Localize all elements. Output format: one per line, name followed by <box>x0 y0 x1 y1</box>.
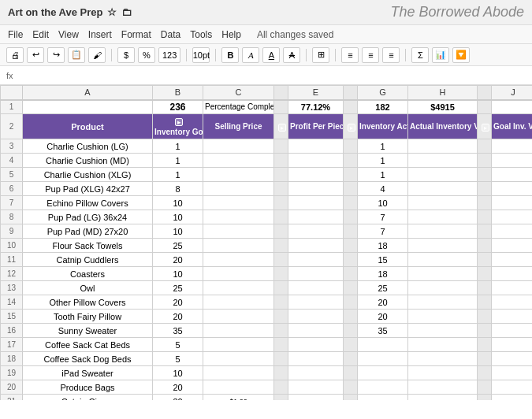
col-header-h[interactable]: H <box>408 86 478 100</box>
toolbar-sep-1 <box>111 49 112 61</box>
align-right-button[interactable]: ≡ <box>382 47 400 63</box>
cell-e1[interactable]: 77.12% <box>288 100 344 114</box>
row-12: 12 Coasters 10 18 <box>1 267 533 281</box>
col-header-d[interactable] <box>274 86 288 100</box>
cell-e2-profit[interactable]: Profit Per Piece <box>288 114 344 139</box>
expand-d[interactable]: ▸ <box>278 124 286 132</box>
col-header-a[interactable]: A <box>23 86 153 100</box>
row-15: 15 Tooth Fairy Pillow 20 20 <box>1 310 533 324</box>
col-header-j[interactable]: J <box>492 86 533 100</box>
cell-i1[interactable] <box>478 100 492 114</box>
corner-cell <box>1 86 23 100</box>
menu-format[interactable]: Format <box>121 29 151 40</box>
cell-b1[interactable]: 236 <box>153 100 203 114</box>
font-size-display[interactable]: 10pt <box>192 47 210 63</box>
row-17: 17 Coffee Sack Cat Beds 5 <box>1 338 533 352</box>
cell-i2[interactable]: ▸ <box>478 114 492 139</box>
expand-i[interactable]: ▸ <box>482 124 489 132</box>
currency-button[interactable]: $ <box>117 47 135 63</box>
align-center-button[interactable]: ≡ <box>362 47 379 63</box>
cell-g2-inv-actual[interactable]: Inventory Actual <box>358 114 408 139</box>
star-icon[interactable]: ☆ <box>107 6 117 18</box>
folder-icon[interactable]: 🗀 <box>121 6 132 18</box>
spreadsheet-table: A B C E G H J 1 236 Percentage Complete:… <box>0 85 532 400</box>
row-21: 21 Catnip Cigars 30 $1.00 <box>1 395 533 401</box>
menu-data[interactable]: Data <box>161 29 180 40</box>
toolbar-sep-3 <box>215 49 216 61</box>
cell-j1[interactable] <box>492 100 533 114</box>
menu-edit[interactable]: Edit <box>32 29 49 40</box>
chart-button[interactable]: 📊 <box>432 47 449 63</box>
redo-button[interactable]: ↪ <box>47 47 65 63</box>
col-header-c[interactable]: C <box>203 86 274 100</box>
saved-status: All changes saved <box>257 29 333 40</box>
cell-d1[interactable] <box>274 100 288 114</box>
cell-reference: fx <box>6 71 13 80</box>
row-13: 13 Owl 25 25 <box>1 281 533 295</box>
underline-button[interactable]: A <box>262 47 280 63</box>
menu-file[interactable]: File <box>8 29 23 40</box>
cell-b2-inv-goal[interactable]: ▸ Inventory Goal <box>153 114 203 139</box>
toolbar-sep-6 <box>405 49 406 61</box>
sheet-area[interactable]: A B C E G H J 1 236 Percentage Complete:… <box>0 85 532 400</box>
row-4: 4 Charlie Cushion (MD) 1 1 <box>1 154 533 168</box>
row-1: 1 236 Percentage Complete: 77.12% 182 $4… <box>1 100 533 114</box>
cell-f2[interactable]: ▸ <box>344 114 358 139</box>
expand-f[interactable]: ▸ <box>348 124 355 132</box>
cell-c2-selling[interactable]: Selling Price <box>203 114 274 139</box>
filter-button[interactable]: 🔽 <box>452 47 470 63</box>
formula-bar: fx <box>0 66 532 85</box>
row-16: 16 Sunny Sweater 35 35 <box>1 324 533 338</box>
row-9: 9 Pup Pad (MD) 27x20 10 7 <box>1 224 533 239</box>
menu-view[interactable]: View <box>58 29 79 40</box>
col-header-i[interactable] <box>478 86 492 100</box>
zoom-display[interactable]: 123 <box>158 47 180 63</box>
toolbar: 🖨 ↩ ↪ 📋 🖌 $ % 123 10pt B A A A ⊞ ≡ ≡ ≡ Σ… <box>0 44 532 66</box>
formula-input[interactable] <box>18 70 526 81</box>
menu-help[interactable]: Help <box>221 29 241 40</box>
app-title: Art on the Ave Prep <box>8 6 102 18</box>
branding: The Borrowed Abode <box>391 4 524 20</box>
row-5: 5 Charlie Cushion (XLG) 1 1 <box>1 168 533 182</box>
percent-button[interactable]: % <box>138 47 155 63</box>
cell-a2-product[interactable]: Product <box>23 114 153 139</box>
menu-insert[interactable]: Insert <box>88 29 112 40</box>
clipboard-button[interactable]: 📋 <box>68 47 85 63</box>
col-header-row: A B C E G H J <box>1 86 533 100</box>
toolbar-sep-2 <box>186 49 187 61</box>
strikethrough-button[interactable]: A <box>283 47 300 63</box>
col-header-b[interactable]: B <box>153 86 203 100</box>
row-19: 19 iPad Sweater 10 <box>1 366 533 380</box>
sum-button[interactable]: Σ <box>411 47 429 63</box>
col-header-e[interactable]: E <box>288 86 344 100</box>
undo-button[interactable]: ↩ <box>27 47 44 63</box>
col-header-f[interactable] <box>344 86 358 100</box>
cell-c1[interactable]: Percentage Complete: <box>203 100 274 114</box>
print-button[interactable]: 🖨 <box>6 47 24 63</box>
cell-h1[interactable]: $4915 <box>408 100 478 114</box>
borders-button[interactable]: ⊞ <box>312 47 329 63</box>
expand-b[interactable]: ▸ <box>175 118 183 126</box>
cell-f1[interactable] <box>344 100 358 114</box>
title-bar: Art on the Ave Prep ☆ 🗀 The Borrowed Abo… <box>0 0 532 25</box>
cell-h2-actual-val[interactable]: Actual Inventory Value $ <box>408 114 478 139</box>
format-paint-button[interactable]: 🖌 <box>88 47 106 63</box>
row-2-header: 2 Product ▸ Inventory Goal Selling Price… <box>1 114 533 139</box>
cell-g1[interactable]: 182 <box>358 100 408 114</box>
italic-button[interactable]: A <box>242 47 259 63</box>
col-header-g[interactable]: G <box>358 86 408 100</box>
row-7: 7 Echino Pillow Covers 10 10 <box>1 196 533 210</box>
bold-button[interactable]: B <box>221 47 239 63</box>
row-10: 10 Flour Sack Towels 25 18 <box>1 239 533 253</box>
cell-a1[interactable] <box>23 100 153 114</box>
menu-bar: File Edit View Insert Format Data Tools … <box>0 25 532 44</box>
toolbar-sep-5 <box>335 49 336 61</box>
row-6: 6 Pup Pad (XLG) 42x27 8 4 <box>1 182 533 196</box>
cell-j2-goal-inv[interactable]: Goal Inv. Value <box>492 114 533 139</box>
menu-tools[interactable]: Tools <box>190 29 212 40</box>
row-18: 18 Coffee Sack Dog Beds 5 <box>1 352 533 366</box>
row-11: 11 Catnip Cuddlers 20 15 <box>1 253 533 267</box>
align-left-button[interactable]: ≡ <box>341 47 359 63</box>
rownum-2: 2 <box>1 114 23 139</box>
cell-d2[interactable]: ▸ <box>274 114 288 139</box>
